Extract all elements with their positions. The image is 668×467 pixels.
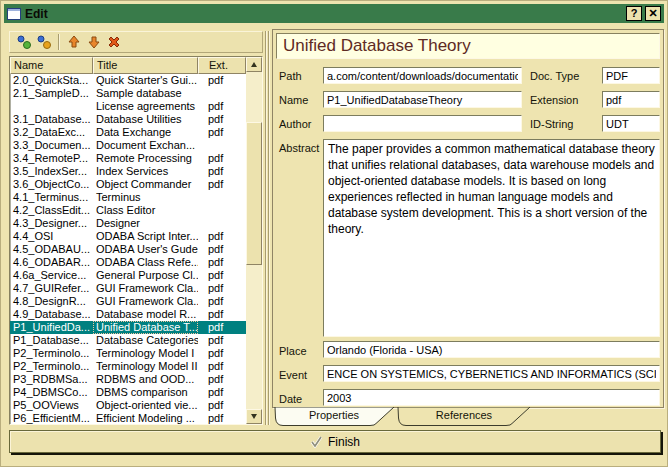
path-input[interactable] [323, 67, 522, 84]
doc-title-cell: Database Utilities [93, 113, 198, 126]
doc-name-cell: 3.1_Database... [10, 113, 93, 126]
link-button[interactable] [34, 33, 54, 51]
list-item[interactable]: 4.9_Database...Database model R...pdf [10, 308, 246, 321]
list-item[interactable]: P2_Terminolo...Terminology Model Ipdf [10, 347, 246, 360]
author-input[interactable] [323, 115, 522, 132]
tab-properties[interactable]: Properties [294, 409, 374, 421]
list-item[interactable]: 4.7_GUIRefer...GUI Framework Cla...pdf [10, 282, 246, 295]
doc-name-cell: 4.1_Terminus... [10, 191, 93, 204]
list-item[interactable]: 4.6_ODABAR...ODABA Class Refe...pdf [10, 256, 246, 269]
list-item[interactable]: 3.2_DataExc...Data Exchangepdf [10, 126, 246, 139]
doc-title-cell: General Purpose Cl... [93, 269, 198, 282]
event-input[interactable] [323, 365, 660, 382]
name-label: Name [279, 94, 308, 106]
list-item[interactable]: 3.4_RemoteP...Remote Processingpdf [10, 152, 246, 165]
doc-title-cell: Object-oriented vie... [93, 399, 198, 412]
doc-title-cell: License agreements [93, 100, 198, 113]
list-item[interactable]: 4.8_DesignR...GUI Framework Cla...pdf [10, 295, 246, 308]
doc-name-cell: P4_DBMSCo... [10, 386, 93, 399]
list-item[interactable]: 4.6a_Service...General Purpose Cl...pdf [10, 269, 246, 282]
delete-button[interactable] [104, 33, 124, 51]
delete-icon [106, 34, 122, 50]
list-item[interactable]: P4_DBMSCo...DBMS comparisonpdf [10, 386, 246, 399]
doc-ext-cell: pdf [198, 74, 246, 87]
scroll-thumb[interactable] [246, 122, 262, 265]
extension-label: Extension [530, 94, 578, 106]
insert-button[interactable] [14, 33, 34, 51]
doc-name-cell: 3.5_IndexSer... [10, 165, 93, 178]
tab-references[interactable]: References [414, 409, 514, 421]
doc-name-cell: 4.9_Database... [10, 308, 93, 321]
list-item[interactable]: 4.4_OSIODABA Script Inter...pdf [10, 230, 246, 243]
doc-name-cell: P2_Terminolo... [10, 347, 93, 360]
titlebar[interactable]: Edit ? ✕ [4, 4, 664, 23]
doc-ext-cell: pdf [198, 269, 246, 282]
list-item[interactable]: License agreementspdf [10, 100, 246, 113]
doc-name-cell: 4.6a_Service... [10, 269, 93, 282]
link-icon [36, 34, 52, 50]
doc-name-cell: 3.4_RemoteP... [10, 152, 93, 165]
doc-name-cell: P1_UnifiedDa... [10, 321, 93, 334]
doc-name-cell: 4.5_ODABAU... [10, 243, 93, 256]
column-header-ext[interactable]: Ext. [198, 57, 246, 74]
list-item[interactable]: 3.6_ObjectCo...Object Commanderpdf [10, 178, 246, 191]
scroll-up-button[interactable] [246, 57, 262, 72]
name-input[interactable] [323, 91, 522, 108]
abstract-label: Abstract [279, 142, 319, 154]
list-item[interactable]: P1_Database...Database Categoriespdf [10, 334, 246, 347]
doc-name-cell: 3.2_DataExc... [10, 126, 93, 139]
move-down-button[interactable] [84, 33, 104, 51]
doc-name-cell [10, 100, 93, 113]
doc-ext-cell: pdf [198, 334, 246, 347]
list-item[interactable]: 4.3_Designer...Designer [10, 217, 246, 230]
splitter[interactable] [264, 31, 272, 425]
doc-ext-cell: pdf [198, 321, 246, 334]
doc-title-cell: ODABA Script Inter... [93, 230, 198, 243]
abstract-textarea[interactable]: The paper provides a common mathematical… [323, 139, 660, 337]
doc-title-cell: Database Categories [93, 334, 198, 347]
move-up-button[interactable] [64, 33, 84, 51]
list-item[interactable]: P6_EfficientM...Efficient Modeling ...pd… [10, 412, 246, 424]
id-string-input[interactable] [602, 115, 660, 132]
doc-title-cell: Database model R... [93, 308, 198, 321]
toolbar [9, 31, 263, 53]
list-item[interactable]: P2_Terminolo...Terminology Model IIpdf [10, 360, 246, 373]
column-header-name[interactable]: Name [10, 57, 93, 74]
list-item[interactable]: 2.1_SampleD...Sample database [10, 87, 246, 100]
doc-name-cell: P1_Database... [10, 334, 93, 347]
list-item[interactable]: 4.5_ODABAU...ODABA User's Gudepdf [10, 243, 246, 256]
doc-ext-cell [198, 139, 246, 152]
list-item[interactable]: 4.1_Terminus...Terminus [10, 191, 246, 204]
doc-title-cell: Designer [93, 217, 198, 230]
window-title: Edit [25, 7, 48, 21]
list-item[interactable]: 3.3_Documen...Document Exchan... [10, 139, 246, 152]
properties-pane: Unified Database Theory Path Doc. Type N… [272, 29, 664, 408]
list-item[interactable]: P5_OOViewsObject-oriented vie...pdf [10, 399, 246, 412]
help-button[interactable]: ? [626, 6, 642, 21]
list-item[interactable]: 3.5_IndexSer...Index Servicespdf [10, 165, 246, 178]
scroll-up-icon [251, 62, 257, 67]
doc-type-label: Doc. Type [530, 70, 579, 82]
doc-ext-cell: pdf [198, 360, 246, 373]
close-button[interactable]: ✕ [645, 6, 661, 21]
list-item[interactable]: P3_RDBMSa...RDBMS and OOD...pdf [10, 373, 246, 386]
place-input[interactable] [323, 341, 660, 358]
extension-input[interactable] [602, 91, 660, 108]
scroll-down-button[interactable] [246, 409, 262, 424]
list-scrollbar[interactable] [246, 57, 262, 424]
finish-button[interactable]: Finish [9, 430, 661, 453]
doc-title-cell: Remote Processing [93, 152, 198, 165]
date-input[interactable] [323, 389, 660, 406]
doc-type-input[interactable] [602, 67, 660, 84]
doc-title-cell: Object Commander [93, 178, 198, 191]
doc-name-cell: P5_OOViews [10, 399, 93, 412]
doc-ext-cell [198, 217, 246, 230]
column-header-title[interactable]: Title [93, 57, 198, 74]
doc-name-cell: 2.0_QuickSta... [10, 74, 93, 87]
doc-ext-cell: pdf [198, 399, 246, 412]
list-item[interactable]: P1_UnifiedDa...Unified Database T...pdf [10, 321, 246, 334]
list-item[interactable]: 2.0_QuickSta...Quick Starter's Gui...pdf [10, 74, 246, 87]
finish-label: Finish [328, 435, 360, 449]
list-item[interactable]: 3.1_Database...Database Utilitiespdf [10, 113, 246, 126]
list-item[interactable]: 4.2_ClassEdit...Class Editor [10, 204, 246, 217]
